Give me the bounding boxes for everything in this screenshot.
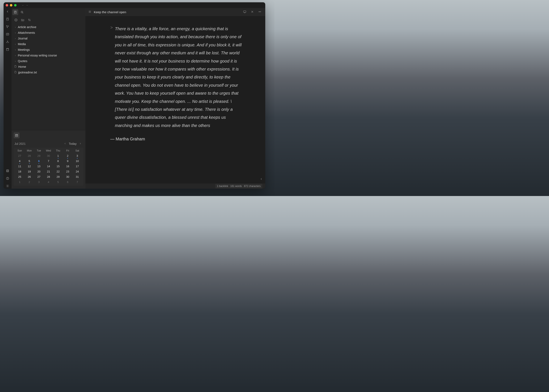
calendar-day[interactable]: 3 xyxy=(34,181,44,184)
calendar-prev-button[interactable] xyxy=(63,142,67,145)
calendar-day[interactable]: 25 xyxy=(15,175,25,178)
folder-item[interactable]: ›Article archive xyxy=(12,24,84,30)
svg-rect-10 xyxy=(7,48,9,51)
calendar-day[interactable]: 12 xyxy=(25,165,34,168)
history-back-button[interactable]: ← xyxy=(22,4,25,7)
more-options-icon[interactable] xyxy=(257,9,262,15)
calendar-day[interactable]: 2 xyxy=(63,154,73,157)
calendar-day[interactable]: 30 xyxy=(63,175,73,178)
calendar-day[interactable]: 4 xyxy=(15,160,25,163)
new-note-button[interactable] xyxy=(14,18,18,22)
preview-mode-icon[interactable] xyxy=(242,9,247,15)
folder-item[interactable]: ›Personal essay writing course xyxy=(12,53,84,58)
calendar-day[interactable]: 22 xyxy=(53,170,63,173)
calendar-day[interactable]: 6 xyxy=(63,181,73,184)
calendar-day[interactable]: 7 xyxy=(72,181,82,184)
expand-right-sidebar-button[interactable] xyxy=(260,177,263,181)
chevron-right-icon: › xyxy=(14,59,17,63)
file-item[interactable]: jpotreadme.txt xyxy=(12,70,84,75)
folder-item[interactable]: ›Journal xyxy=(12,36,84,41)
calendar-day[interactable]: 24 xyxy=(72,170,82,173)
file-explorer-tab[interactable] xyxy=(12,9,18,15)
calendar-day[interactable]: 17 xyxy=(72,165,82,168)
folder-item[interactable]: ›Quotes xyxy=(12,58,84,64)
vault-icon[interactable] xyxy=(5,168,10,174)
calendar-day[interactable]: 5 xyxy=(25,160,34,163)
history-forward-button[interactable]: → xyxy=(25,4,28,7)
help-icon[interactable] xyxy=(5,176,10,181)
calendar-day[interactable]: 29 xyxy=(34,154,44,157)
calendar-dow: Fri xyxy=(63,149,73,152)
new-folder-button[interactable] xyxy=(20,18,25,22)
file-item[interactable]: Home xyxy=(12,64,84,70)
calendar-day[interactable]: 11 xyxy=(15,165,25,168)
minimize-window-button[interactable] xyxy=(10,4,12,7)
svg-point-39 xyxy=(90,12,91,12)
chevron-right-icon: › xyxy=(14,31,17,35)
quote-marker-icon: > xyxy=(110,25,113,30)
close-window-button[interactable] xyxy=(6,4,8,7)
calendar-day[interactable]: 10 xyxy=(72,160,82,163)
calendar-toggle-button[interactable] xyxy=(14,133,20,138)
calendar-day[interactable]: 2 xyxy=(25,181,34,184)
search-tab[interactable] xyxy=(19,9,25,15)
folder-item[interactable]: ›Attatchments xyxy=(12,30,84,36)
tree-item-label: Personal essay writing course xyxy=(18,53,57,58)
calendar-day[interactable]: 31 xyxy=(72,175,82,178)
calendar-day[interactable]: 5 xyxy=(53,181,63,184)
calendar-day[interactable]: 19 xyxy=(25,170,34,173)
quote-text: There is a vitality, a life force, an en… xyxy=(115,25,243,129)
canvas-icon[interactable] xyxy=(5,31,10,37)
calendar-day[interactable]: 3 xyxy=(72,154,82,157)
calendar-day[interactable]: 1 xyxy=(53,154,63,157)
tree-item-label: Meetings xyxy=(18,48,30,52)
svg-point-42 xyxy=(90,12,91,13)
calendar-day[interactable]: 9 xyxy=(63,160,73,163)
zoom-window-button[interactable] xyxy=(14,4,17,7)
settings-icon[interactable] xyxy=(5,183,10,189)
calendar-day[interactable]: 18 xyxy=(15,170,25,173)
calendar-dow: Thu xyxy=(53,149,63,152)
collapse-sidebar-button[interactable] xyxy=(5,9,10,14)
calendar-day[interactable]: 6 xyxy=(34,160,44,163)
quick-switcher-icon[interactable] xyxy=(5,16,10,22)
calendar-day[interactable]: 28 xyxy=(44,175,53,178)
calendar-day[interactable]: 14 xyxy=(44,165,53,168)
svg-point-23 xyxy=(21,11,23,13)
folder-item[interactable]: ›Meetings xyxy=(12,47,84,53)
calendar-day[interactable]: 21 xyxy=(44,170,53,173)
calendar-month-label: Jul 2021 xyxy=(14,142,26,145)
svg-point-35 xyxy=(90,11,90,11)
calendar-day[interactable]: 8 xyxy=(53,160,63,163)
calendar-day[interactable]: 13 xyxy=(34,165,44,168)
close-tab-icon[interactable] xyxy=(250,9,255,15)
calendar-pane: Jul 2021 Today SunMonTueWedThuFriSat2728… xyxy=(12,130,85,189)
folder-item[interactable]: ›Media xyxy=(12,41,84,47)
calendar-day[interactable]: 15 xyxy=(53,165,63,168)
calendar-day[interactable]: 27 xyxy=(34,175,44,178)
calendar-day[interactable]: 26 xyxy=(25,175,34,178)
left-rail xyxy=(4,8,12,189)
sort-button[interactable] xyxy=(27,18,32,22)
calendar-day[interactable]: 16 xyxy=(63,165,73,168)
calendar-day[interactable]: 1 xyxy=(15,181,25,184)
graph-view-icon[interactable] xyxy=(5,24,10,29)
note-content[interactable]: > There is a vitality, a life force, an … xyxy=(85,16,265,183)
calendar-today-button[interactable]: Today xyxy=(69,142,77,145)
titlebar: ← → xyxy=(4,2,265,8)
daily-note-icon[interactable] xyxy=(5,47,10,52)
drag-handle-icon[interactable] xyxy=(88,10,91,14)
command-palette-icon[interactable] xyxy=(5,39,10,44)
calendar-day[interactable]: 29 xyxy=(53,175,63,178)
calendar-day[interactable]: 30 xyxy=(44,154,53,157)
calendar-day[interactable]: 20 xyxy=(34,170,44,173)
svg-point-37 xyxy=(89,12,89,12)
calendar-day[interactable]: 28 xyxy=(25,154,34,157)
backlink-count[interactable]: 1 backlink xyxy=(217,185,228,188)
calendar-day[interactable]: 23 xyxy=(63,170,73,173)
calendar-next-button[interactable] xyxy=(78,142,83,145)
calendar-day[interactable]: 7 xyxy=(44,160,53,163)
char-count: 872 characters xyxy=(244,185,261,188)
calendar-day[interactable]: 27 xyxy=(15,154,25,157)
calendar-day[interactable]: 4 xyxy=(44,181,53,184)
